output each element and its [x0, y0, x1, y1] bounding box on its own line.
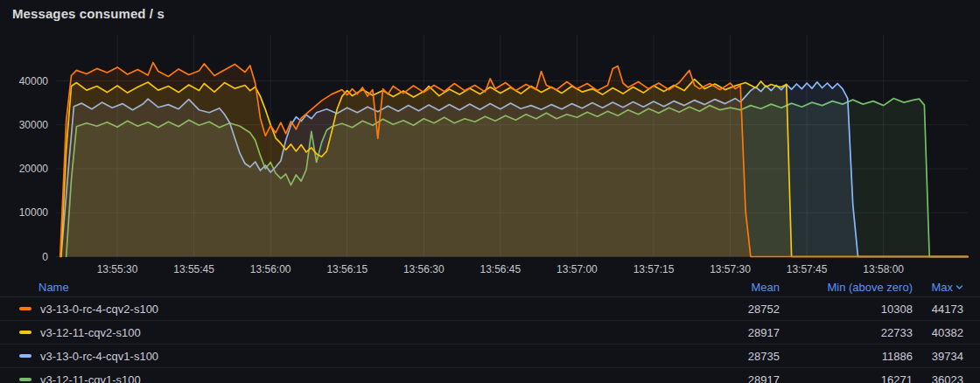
legend-header-row: Name Mean Min (above zero) Max: [0, 278, 980, 297]
x-axis-tick-label: 13:56:15: [326, 263, 368, 275]
y-axis-tick-label: 40000: [19, 75, 49, 87]
y-axis-tick-label: 30000: [19, 119, 49, 131]
x-axis-tick-label: 13:57:45: [787, 263, 828, 275]
mean-value: 28917: [683, 373, 780, 383]
series-name[interactable]: v3-12-11-cqv2-s100: [40, 326, 141, 339]
min-above-zero-value: 22733: [780, 326, 913, 339]
legend-column-min[interactable]: Min (above zero): [780, 281, 913, 294]
x-axis-tick-label: 13:56:30: [403, 263, 444, 275]
x-axis-tick-label: 13:55:45: [173, 263, 214, 275]
legend-column-max[interactable]: Max: [913, 281, 963, 294]
series-layer: [60, 63, 968, 257]
series-name[interactable]: v3-13-0-rc-4-cqv1-s100: [40, 350, 158, 363]
x-axis-tick-label: 13:56:45: [480, 263, 522, 275]
min-above-zero-value: 16271: [780, 373, 913, 383]
timeseries-chart[interactable]: 01000020000300004000013:55:3013:55:4513:…: [0, 0, 980, 278]
series-name[interactable]: v3-13-0-rc-4-cqv2-s100: [40, 303, 158, 316]
x-axis-tick-label: 13:58:00: [863, 263, 904, 275]
legend-row[interactable]: v3-12-11-cqv2-s100289172273340382: [0, 321, 980, 345]
mean-value: 28735: [683, 350, 780, 363]
legend-table: Name Mean Min (above zero) Max v3-13-0-r…: [0, 278, 980, 383]
legend-row[interactable]: v3-13-0-rc-4-cqv1-s100287351188639734: [0, 345, 980, 368]
legend-column-name[interactable]: Name: [38, 281, 69, 294]
legend-row[interactable]: v3-13-0-rc-4-cqv2-s100287521030844173: [0, 297, 980, 321]
legend-column-mean[interactable]: Mean: [683, 281, 780, 294]
series-color-swatch: [19, 354, 32, 358]
mean-value: 28917: [683, 326, 780, 339]
max-value: 44173: [913, 303, 963, 316]
max-value: 36023: [913, 373, 963, 383]
series-color-swatch: [19, 331, 32, 334]
y-axis-tick-label: 10000: [19, 206, 49, 219]
series-color-swatch: [19, 378, 32, 381]
min-above-zero-value: 11886: [780, 350, 913, 363]
x-axis-tick-label: 13:57:15: [634, 263, 675, 275]
chevron-down-icon: [956, 283, 963, 291]
series-color-swatch: [19, 307, 32, 310]
y-axis-tick-label: 20000: [19, 163, 49, 175]
legend-row[interactable]: v3-12-11-cqv1-s100289171627136023: [0, 368, 980, 383]
x-axis-tick-label: 13:55:30: [97, 263, 138, 275]
x-axis-tick-label: 13:57:30: [710, 263, 751, 275]
x-axis-tick-label: 13:57:00: [556, 263, 598, 275]
x-axis-tick-label: 13:56:00: [250, 263, 291, 275]
max-value: 40382: [913, 326, 963, 339]
series-name[interactable]: v3-12-11-cqv1-s100: [40, 373, 141, 383]
min-above-zero-value: 10308: [780, 303, 913, 316]
mean-value: 28752: [683, 303, 780, 316]
max-value: 39734: [913, 350, 963, 363]
y-axis-tick-label: 0: [42, 251, 48, 263]
